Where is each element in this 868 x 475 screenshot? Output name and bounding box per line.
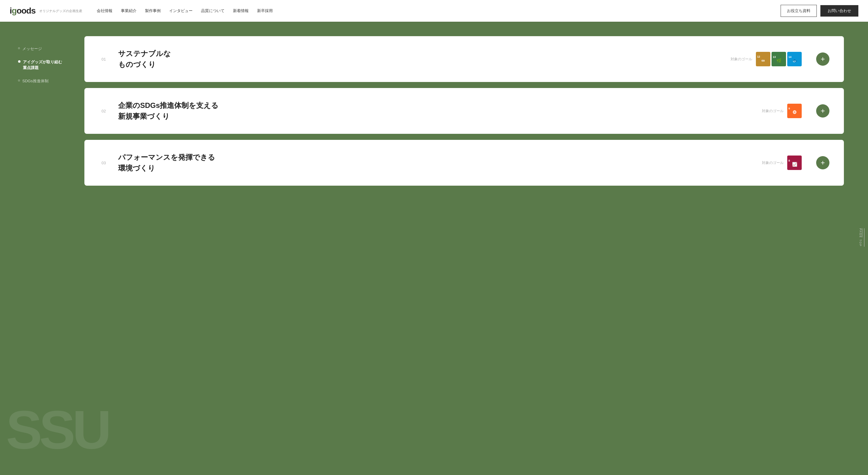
page-background: SSU メッセージ アイグッズが取り組む重点課題 SDGs推進体制 01 サステ… [0,22,868,475]
issue-card-3: 03 パフォーマンスを発揮できる 環境づくり 対象のゴール 8 📈 + [84,140,844,186]
main-content: 01 サステナブルな ものづくり 対象のゴール 12 ∞ 13 🌿 [84,22,868,475]
bullet-active-icon [18,60,21,63]
sdg-12-icon: 12 ∞ [756,52,770,66]
page-top-line [862,228,863,237]
sdg-9-icon: 9 ⚙ [787,104,802,118]
sidebar-item-message[interactable]: メッセージ [18,46,75,52]
card-number-3: 03 [99,161,108,165]
nav-company[interactable]: 会社情報 [97,8,113,13]
nav-recruit[interactable]: 新卒採用 [257,8,273,13]
expand-button-3[interactable]: + [816,156,830,169]
sidebar: メッセージ アイグッズが取り組む重点課題 SDGs推進体制 [0,22,84,475]
contact-button[interactable]: お問い合わせ [820,5,858,17]
sdg-icons-2: 9 ⚙ [787,104,802,118]
sdg-icons-1: 12 ∞ 13 🌿 14 🐟 [756,52,802,66]
sidebar-label-sdgs: SDGs推進体制 [22,78,49,84]
sdg-14-icon: 14 🐟 [787,52,802,66]
sidebar-item-sdgs[interactable]: SDGs推進体制 [18,78,75,84]
logo: igoods [10,6,36,16]
sdg-icons-3: 8 📈 [787,156,802,170]
nav-news[interactable]: 新着情報 [233,8,249,13]
expand-button-2[interactable]: + [816,104,830,118]
header: igoods オリジナルグッズの企画生産 会社情報 事業紹介 製作事例 インタビ… [0,0,868,22]
goals-label-3: 対象のゴール [762,160,784,165]
nav-business[interactable]: 事業紹介 [121,8,136,13]
logo-subtitle: オリジナルグッズの企画生産 [39,9,82,13]
resource-button[interactable]: お役立ち資料 [781,5,817,17]
page-top-button[interactable]: PAGE TOP [859,228,865,247]
sidebar-label-message: メッセージ [22,46,42,52]
card-number-2: 02 [99,109,108,113]
card-number-1: 01 [99,57,108,62]
goals-label-2: 対象のゴール [762,108,784,114]
nav-interview[interactable]: インタビュー [169,8,193,13]
main-nav: 会社情報 事業紹介 製作事例 インタビュー 品質について 新着情報 新卒採用 [97,8,781,13]
bullet-icon-2 [18,80,20,82]
nav-quality[interactable]: 品質について [201,8,224,13]
nav-works[interactable]: 製作事例 [145,8,161,13]
card-goals-1: 対象のゴール 12 ∞ 13 🌿 14 🐟 [731,52,802,66]
sdg-13-icon: 13 🌿 [772,52,786,66]
card-title-3: パフォーマンスを発揮できる 環境づくり [118,152,752,173]
logo-area: igoods オリジナルグッズの企画生産 [10,6,82,16]
card-goals-3: 対象のゴール 8 📈 [762,156,802,170]
sdg-8-icon: 8 📈 [787,156,802,170]
issue-card-2: 02 企業のSDGs推進体制を支える 新規事業づくり 対象のゴール 9 ⚙ + [84,88,844,134]
header-actions: お役立ち資料 お問い合わせ [781,5,858,17]
goals-label-1: 対象のゴール [731,57,752,62]
card-title-1: サステナブルな ものづくり [118,48,721,70]
bullet-icon [18,47,20,49]
sidebar-item-issues[interactable]: アイグッズが取り組む重点課題 [18,59,75,71]
expand-button-1[interactable]: + [816,53,830,66]
sidebar-label-issues: アイグッズが取り組む重点課題 [23,59,62,71]
page-top-label: PAGE TOP [859,228,862,247]
card-goals-2: 対象のゴール 9 ⚙ [762,104,802,118]
issue-card-1: 01 サステナブルな ものづくり 対象のゴール 12 ∞ 13 🌿 [84,36,844,82]
card-title-2: 企業のSDGs推進体制を支える 新規事業づくり [118,100,752,122]
